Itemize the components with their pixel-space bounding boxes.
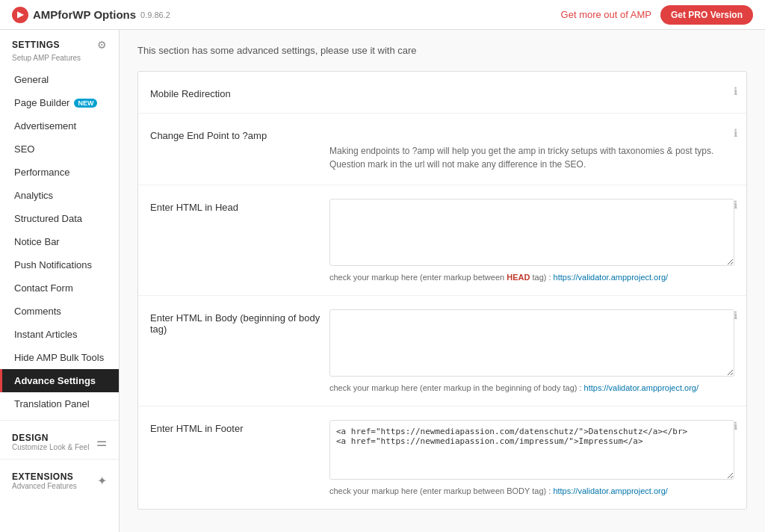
mobile-redirection-help-icon[interactable]: ℹ [734, 85, 737, 97]
sidebar-divider [0, 420, 119, 421]
sidebar-item-label: Instant Articles [14, 329, 78, 340]
sidebar-item-performance[interactable]: Performance [0, 161, 119, 184]
app-title: AMPforWP Options [33, 8, 136, 21]
html-in-head-check-markup: check your markup here (enter markup bet… [329, 273, 734, 282]
amp-logo-icon: ▶ [12, 7, 28, 23]
extensions-section-sub: Advanced Features [12, 482, 77, 490]
html-in-footer-textarea[interactable]: <a href="https://newmediapassion.com/dat… [329, 420, 734, 480]
new-badge: NEW [74, 99, 97, 108]
html-in-body-help-icon[interactable]: ℹ [734, 309, 737, 321]
sidebar: SETTINGS ⚙ Setup AMP Features General Pa… [0, 30, 120, 532]
sidebar-item-structured-data[interactable]: Structured Data [0, 207, 119, 230]
html-in-footer-check-markup: check your markup here (enter markup bet… [329, 486, 734, 495]
html-in-head-row: Enter HTML in Head check your markup her… [138, 185, 746, 296]
gear-icon[interactable]: ⚙ [97, 39, 107, 51]
sidebar-item-comments[interactable]: Comments [0, 300, 119, 323]
html-in-footer-help-icon[interactable]: ℹ [734, 420, 737, 432]
sidebar-item-seo[interactable]: SEO [0, 137, 119, 161]
sidebar-item-label: Performance [14, 167, 69, 178]
sidebar-item-label: Push Notifications [14, 259, 92, 270]
extensions-section-header: EXTENSIONS Advanced Features ✦ [0, 464, 119, 493]
html-in-body-textarea[interactable] [329, 309, 734, 377]
change-endpoint-row: Change End Point to ?amp Making endpoint… [138, 114, 746, 185]
validator-link-footer[interactable]: https://validator.ampproject.org/ [553, 486, 667, 495]
html-in-footer-row: Enter HTML in Footer <a href="https://ne… [138, 406, 746, 509]
change-endpoint-help-icon[interactable]: ℹ [734, 127, 737, 139]
settings-section-sub: Setup AMP Features [0, 54, 119, 68]
sidebar-item-contact-form[interactable]: Contact Form [0, 276, 119, 300]
sidebar-item-label: SEO [14, 143, 34, 155]
sidebar-item-notice-bar[interactable]: Notice Bar [0, 230, 119, 253]
sidebar-item-label: Page Builder [14, 97, 69, 108]
mobile-redirection-row: Mobile Redirection ℹ [138, 72, 746, 114]
section-notice: This section has some advanced settings,… [137, 45, 747, 56]
get-pro-button[interactable]: Get PRO Version [660, 5, 753, 25]
sidebar-item-label: Hide AMP Bulk Tools [14, 352, 104, 363]
mobile-redirection-control [329, 85, 734, 96]
settings-section-header: SETTINGS ⚙ [0, 30, 119, 54]
html-in-head-textarea[interactable] [329, 199, 734, 266]
sidebar-item-advance-settings[interactable]: Advance Settings [0, 369, 119, 392]
topbar-left: ▶ AMPforWP Options 0.9.86.2 [12, 7, 170, 23]
app-version: 0.9.86.2 [140, 10, 170, 19]
html-in-head-help-icon[interactable]: ℹ [734, 199, 737, 211]
sidebar-item-label: General [14, 74, 49, 85]
html-in-body-row: Enter HTML in Body (beginning of body ta… [138, 296, 746, 406]
validator-link-head[interactable]: https://validator.ampproject.org/ [554, 273, 668, 282]
change-endpoint-description: Making endpoints to ?amp will help you g… [329, 144, 734, 171]
html-in-footer-control: <a href="https://newmediapassion.com/dat… [329, 420, 734, 495]
settings-section: Mobile Redirection ℹ Change End Point to… [137, 71, 747, 510]
html-in-footer-label: Enter HTML in Footer [150, 420, 329, 434]
main-content: This section has some advanced settings,… [120, 30, 765, 532]
html-in-body-control: check your markup here (enter markup in … [329, 309, 734, 392]
sliders-icon[interactable]: ⚌ [96, 435, 107, 449]
head-tag: HEAD [507, 273, 530, 282]
html-in-head-label: Enter HTML in Head [150, 199, 329, 213]
sidebar-item-label: Structured Data [14, 213, 82, 224]
puzzle-icon[interactable]: ✦ [97, 474, 107, 488]
sidebar-item-label: Analytics [14, 190, 53, 201]
html-in-body-check-markup: check your markup here (enter markup in … [329, 383, 734, 392]
design-section-sub: Customize Look & Feel [12, 443, 89, 451]
sidebar-item-label: Advertisement [14, 120, 76, 132]
sidebar-item-instant-articles[interactable]: Instant Articles [0, 323, 119, 346]
sidebar-divider-2 [0, 459, 119, 460]
sidebar-item-label: Translation Panel [14, 398, 90, 409]
html-in-head-control: check your markup here (enter markup bet… [329, 199, 734, 282]
sidebar-item-label: Advance Settings [14, 375, 96, 386]
change-endpoint-control: Making endpoints to ?amp will help you g… [329, 127, 734, 171]
extensions-section-title: EXTENSIONS [12, 471, 77, 482]
sidebar-item-page-builder[interactable]: Page Builder NEW [0, 91, 119, 114]
topbar-logo: ▶ AMPforWP Options 0.9.86.2 [12, 7, 170, 23]
sidebar-item-advertisement[interactable]: Advertisement [0, 114, 119, 137]
main-layout: SETTINGS ⚙ Setup AMP Features General Pa… [0, 30, 765, 532]
design-section-title: DESIGN [12, 433, 89, 443]
sidebar-item-push-notifications[interactable]: Push Notifications [0, 253, 119, 276]
sidebar-item-label: Comments [14, 306, 61, 317]
html-in-body-label: Enter HTML in Body (beginning of body ta… [150, 309, 329, 335]
validator-link-body[interactable]: https://validator.ampproject.org/ [584, 383, 699, 392]
sidebar-item-translation-panel[interactable]: Translation Panel [0, 392, 119, 415]
sidebar-item-hide-amp-bulk-tools[interactable]: Hide AMP Bulk Tools [0, 346, 119, 369]
topbar: ▶ AMPforWP Options 0.9.86.2 Get more out… [0, 0, 765, 30]
design-section-header: DESIGN Customize Look & Feel ⚌ [0, 425, 119, 454]
change-endpoint-label: Change End Point to ?amp [150, 127, 329, 141]
sidebar-item-analytics[interactable]: Analytics [0, 184, 119, 207]
sidebar-item-label: Notice Bar [14, 236, 60, 247]
topbar-right: Get more out of AMP Get PRO Version [561, 5, 753, 25]
sidebar-item-general[interactable]: General [0, 68, 119, 91]
sidebar-item-label: Contact Form [14, 282, 73, 294]
get-more-link[interactable]: Get more out of AMP [561, 9, 651, 20]
mobile-redirection-label: Mobile Redirection [150, 85, 329, 99]
settings-section-title: SETTINGS [12, 40, 60, 50]
